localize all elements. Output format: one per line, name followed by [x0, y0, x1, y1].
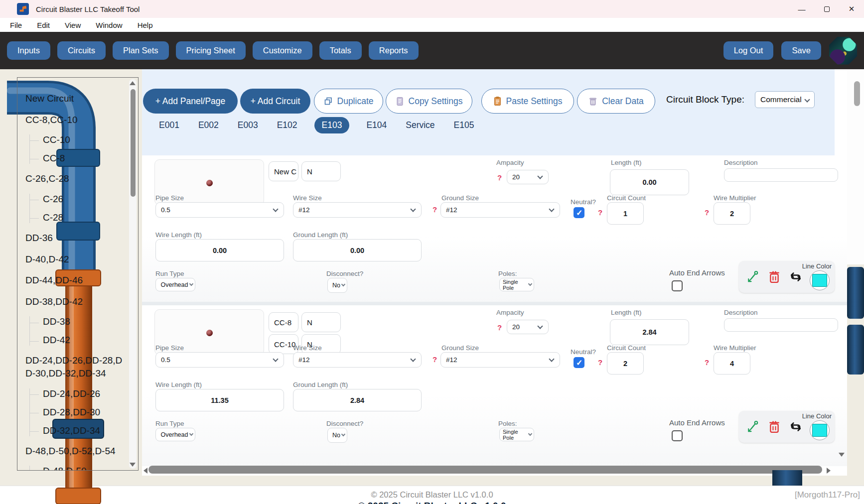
avatar[interactable] — [829, 37, 857, 65]
window-scrollbar[interactable] — [847, 69, 864, 264]
tree-item[interactable]: DD-24,DD-26,DD-28,DD-30,DD-32,DD-34 — [23, 354, 125, 379]
tab-e003[interactable]: E003 — [236, 117, 260, 133]
tree-item[interactable]: DD-44,DD-46 — [23, 274, 125, 287]
log-out-button[interactable]: Log Out — [723, 41, 774, 60]
circuit-name-input[interactable]: New C — [269, 161, 298, 181]
add-panel-page-button[interactable]: + Add Panel/Page — [143, 89, 238, 114]
scroll-down-icon[interactable] — [130, 463, 136, 467]
neutral-checkbox[interactable] — [574, 357, 584, 368]
poles-select[interactable]: Single Pole — [499, 278, 534, 291]
draw-path-button[interactable] — [746, 270, 760, 284]
menu-view[interactable]: View — [65, 21, 81, 29]
save-button[interactable]: Save — [781, 41, 821, 60]
tree-item[interactable]: CC-10 — [30, 134, 125, 145]
clear-data-button[interactable]: Clear Data — [577, 89, 655, 114]
tab-e102[interactable]: E102 — [275, 117, 299, 133]
nav-circuits-button[interactable]: Circuits — [57, 41, 106, 60]
maximize-button[interactable] — [814, 0, 839, 18]
ground-size-select[interactable]: #12 — [440, 352, 560, 368]
tab-e105[interactable]: E105 — [452, 117, 476, 133]
ampacity-select[interactable]: 20 — [507, 320, 549, 334]
horizontal-scroll-thumb[interactable] — [148, 466, 822, 474]
nav-reports-button[interactable]: Reports — [369, 41, 419, 60]
nav-customize-button[interactable]: Customize — [253, 41, 312, 60]
paste-settings-button[interactable]: Paste Settings — [481, 89, 574, 114]
wire-multiplier-input[interactable]: 2 — [714, 202, 750, 225]
description-input[interactable] — [724, 168, 838, 182]
nav-totals-button[interactable]: Totals — [319, 41, 362, 60]
wire-size-select[interactable]: #12 — [293, 202, 422, 218]
draw-path-button[interactable] — [746, 420, 760, 434]
add-circuit-button[interactable]: + Add Circuit — [240, 89, 310, 114]
help-icon[interactable]: ? — [497, 173, 502, 182]
tree-item[interactable]: DD-28,DD-30 — [30, 407, 125, 418]
circuit-block-type-select[interactable]: Commercial — [755, 91, 815, 108]
delete-block-button[interactable] — [768, 270, 782, 284]
sidebar-scroll-thumb[interactable] — [131, 89, 136, 197]
tree-item[interactable]: D-48,D-50 — [30, 466, 125, 471]
delete-block-button[interactable] — [768, 420, 782, 434]
circuit-count-input[interactable]: 1 — [607, 202, 644, 225]
swap-direction-button[interactable] — [789, 270, 803, 284]
hscroll-left-icon[interactable] — [144, 468, 147, 474]
circuit-phase-input[interactable]: N — [301, 161, 341, 181]
tree-item[interactable]: C-26 — [30, 194, 125, 205]
copy-settings-button[interactable]: Copy Settings — [386, 89, 472, 114]
length-input[interactable]: 0.00 — [610, 169, 689, 195]
help-icon[interactable]: ? — [705, 208, 709, 217]
pipe-size-select[interactable]: 0.5 — [155, 352, 284, 368]
ground-length-input[interactable]: 2.84 — [293, 389, 422, 411]
wire-multiplier-input[interactable]: 4 — [714, 352, 750, 375]
help-icon[interactable]: ? — [598, 208, 602, 217]
help-icon[interactable]: ? — [432, 205, 437, 214]
tree-item[interactable]: DD-42 — [30, 335, 125, 346]
menu-file[interactable]: File — [10, 21, 22, 29]
tree-item[interactable]: D-40,D-42 — [23, 253, 125, 266]
tree-item[interactable]: DD-38,DD-42 — [23, 295, 125, 308]
ground-length-input[interactable]: 0.00 — [293, 239, 422, 261]
run-type-select[interactable]: Overhead — [155, 428, 195, 441]
disconnect-select[interactable]: No — [327, 428, 347, 443]
nav-pricing-sheet-button[interactable]: Pricing Sheet — [176, 41, 246, 60]
length-input[interactable]: 2.84 — [610, 319, 689, 345]
menu-window[interactable]: Window — [96, 21, 122, 29]
duplicate-button[interactable]: Duplicate — [314, 89, 383, 114]
tree-item[interactable]: DD-38 — [30, 316, 125, 327]
tree-item[interactable]: New Circuit — [23, 92, 125, 105]
tree-item[interactable]: C-26,C-28 — [23, 172, 125, 185]
panel-scroll-down-icon[interactable] — [839, 453, 845, 457]
tab-e002[interactable]: E002 — [196, 117, 221, 133]
circuit-phase-input[interactable]: N — [301, 312, 341, 332]
tree-item[interactable]: CC-8,CC-10 — [23, 114, 125, 126]
tree-item[interactable]: DD-32,DD-34 — [30, 425, 125, 436]
tree-item[interactable]: DD-36 — [23, 232, 125, 245]
menu-help[interactable]: Help — [138, 21, 153, 29]
ampacity-select[interactable]: 20 — [507, 170, 549, 184]
hscroll-right-icon[interactable] — [827, 468, 831, 474]
auto-end-arrows-checkbox[interactable] — [672, 430, 683, 441]
close-button[interactable]: ✕ — [839, 0, 864, 18]
auto-end-arrows-checkbox[interactable] — [672, 280, 683, 291]
wire-length-input[interactable]: 0.00 — [155, 239, 284, 261]
tree-item[interactable]: DD-24,DD-26 — [30, 388, 125, 399]
line-color-picker[interactable] — [810, 420, 830, 440]
help-icon[interactable]: ? — [705, 358, 709, 367]
circuit-name-input[interactable]: CC-8 — [269, 312, 298, 332]
tab-e103-active[interactable]: E103 — [314, 117, 350, 133]
scroll-up-icon[interactable] — [130, 81, 136, 85]
pipe-size-select[interactable]: 0.5 — [155, 202, 284, 218]
wire-length-input[interactable]: 11.35 — [155, 389, 284, 411]
run-type-select[interactable]: Overhead — [155, 278, 195, 291]
neutral-checkbox[interactable] — [574, 207, 584, 218]
tab-e104[interactable]: E104 — [364, 117, 389, 133]
tab-e001[interactable]: E001 — [157, 117, 181, 133]
help-icon[interactable]: ? — [497, 323, 502, 332]
minimize-button[interactable]: — — [789, 0, 814, 18]
swap-direction-button[interactable] — [789, 420, 803, 434]
circuit-count-input[interactable]: 2 — [607, 352, 644, 375]
help-icon[interactable]: ? — [432, 355, 437, 364]
poles-select[interactable]: Single Pole — [499, 428, 534, 441]
sidebar-scrollbar[interactable] — [129, 79, 137, 469]
tree-item[interactable]: D-48,D-50,D-52,D-54 — [23, 445, 125, 458]
nav-inputs-button[interactable]: Inputs — [7, 41, 50, 60]
